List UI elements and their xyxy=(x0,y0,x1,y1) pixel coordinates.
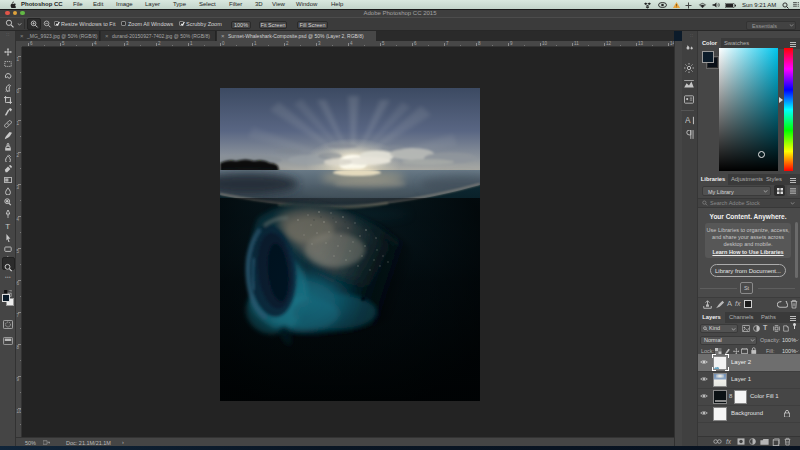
svg-text:A: A xyxy=(685,116,691,125)
